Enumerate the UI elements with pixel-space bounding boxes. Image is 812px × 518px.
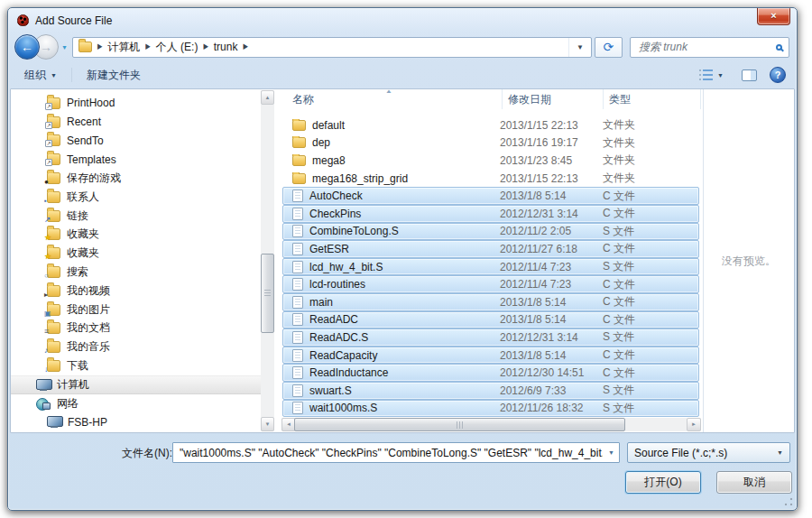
sidebar-item-icon (36, 379, 51, 391)
horizontal-scrollbar-thumb[interactable] (294, 418, 625, 431)
sidebar-item[interactable]: 计算机 (11, 375, 261, 394)
filename-dropdown-icon[interactable]: ▼ (608, 449, 614, 456)
list-horizontal-scrollbar[interactable]: ◄ ► (281, 418, 701, 431)
sidebar-item[interactable]: ● 保存的游戏 (11, 169, 261, 188)
sidebar-item[interactable]: ↗ PrintHood (11, 94, 261, 113)
sidebar-item[interactable]: ★ 收藏夹 (11, 226, 261, 245)
titlebar: Add Source File × (8, 8, 797, 32)
file-row[interactable]: AutoCheck 2013/1/8 5:14 C 文件 (282, 187, 699, 205)
column-header-type[interactable]: 类型 (604, 89, 701, 109)
sidebar-icon-badge: ↗ (44, 216, 51, 224)
file-row[interactable]: dep 2013/1/16 19:17 文件夹 (282, 134, 699, 153)
file-type: C 文件 (595, 277, 698, 292)
change-view-button[interactable]: ▼ (694, 67, 729, 83)
address-bar[interactable]: ▶ 计算机 ▶ 个人 (E:) ▶ trunk ▶ ▼ (72, 37, 592, 58)
file-row[interactable]: swuart.S 2012/6/9 7:33 S 文件 (282, 382, 699, 400)
sidebar-icon-badge: ★ (44, 253, 51, 261)
window-title: Add Source File (35, 14, 112, 27)
sidebar-item[interactable]: ≡ 我的文档 (11, 319, 261, 338)
sidebar-item[interactable]: ▣ 我的图片 (11, 301, 261, 319)
file-row[interactable]: ReadADC 2013/1/8 5:14 C 文件 (282, 311, 699, 329)
address-dropdown-icon[interactable]: ▼ (568, 38, 591, 57)
vertical-scrollbar-thumb[interactable] (261, 254, 274, 333)
help-icon[interactable]: ? (770, 67, 786, 83)
file-name: lcd-routines (309, 278, 365, 291)
file-type: C 文件 (595, 312, 698, 328)
sidebar-item[interactable]: ○ 搜索 (11, 263, 261, 282)
file-row[interactable]: lcd-routines 2012/11/4 7:23 C 文件 (282, 275, 699, 293)
sidebar-item-label: 搜索 (67, 264, 88, 280)
breadcrumb-folder-icon (78, 42, 92, 52)
sidebar-item[interactable]: ↗ SendTo (11, 132, 261, 151)
file-icon (292, 137, 306, 148)
sidebar-item[interactable]: ▸ 我的视频 (11, 282, 261, 301)
sidebar-item-label: SendTo (67, 134, 104, 147)
file-icon (292, 155, 306, 166)
sidebar-item[interactable]: ↗ 链接 (11, 207, 261, 226)
preview-pane-toggle-icon[interactable] (742, 69, 757, 81)
scroll-down-icon[interactable]: ▼ (261, 417, 274, 431)
file-row[interactable]: ReadInductance 2012/12/30 14:51 C 文件 (282, 364, 699, 382)
column-header-date[interactable]: 修改日期 (503, 89, 604, 109)
cancel-button[interactable]: 取消 (716, 471, 792, 494)
filename-label: 文件名(N): (89, 446, 172, 461)
file-date: 2012/11/4 7:23 (496, 261, 595, 273)
file-row[interactable]: default 2013/1/15 22:13 文件夹 (282, 116, 699, 134)
file-row[interactable]: ReadADC.S 2012/12/31 3:14 S 文件 (282, 328, 699, 347)
filename-combobox[interactable]: ▼ (172, 442, 620, 463)
file-row[interactable]: ReadCapacity 2013/1/8 5:14 C 文件 (282, 347, 699, 365)
sidebar-item[interactable]: 网络 (11, 394, 261, 413)
file-icon (292, 384, 303, 397)
sidebar-icon-badge: ▣ (44, 310, 51, 318)
sidebar-item[interactable]: ↓ 下载 (11, 356, 261, 375)
refresh-button[interactable]: ⟳ (595, 37, 623, 58)
sidebar-item-label: 我的音乐 (67, 339, 110, 355)
file-date: 2012/11/26 18:32 (496, 402, 595, 414)
file-name: ReadCapacity (309, 349, 377, 362)
resize-grip[interactable] (782, 495, 794, 507)
scroll-right-icon[interactable]: ► (687, 418, 701, 431)
file-icon (292, 313, 303, 326)
open-button[interactable]: 打开(O) (625, 471, 701, 494)
sidebar-item-label: 保存的游戏 (67, 171, 121, 186)
scroll-up-icon[interactable]: ▲ (261, 90, 274, 105)
sidebar-item[interactable]: FSB-HP (11, 413, 261, 432)
breadcrumb-item[interactable]: trunk ▶ (212, 39, 252, 55)
file-date: 2012/11/27 6:18 (496, 243, 595, 255)
breadcrumb-item[interactable]: 计算机 ▶ (106, 38, 153, 57)
sidebar-item[interactable]: ♪ 我的音乐 (11, 338, 261, 356)
file-row[interactable]: CombineToLong.S 2012/11/2 2:05 S 文件 (282, 223, 699, 241)
nav-history-dropdown-icon[interactable]: ▼ (61, 44, 68, 51)
sidebar-item-label: 我的视频 (67, 283, 110, 299)
sidebar-item[interactable]: ★ 收藏夹 (11, 244, 261, 263)
file-name: ReadADC (309, 313, 358, 326)
organize-menu-button[interactable]: 组织 ▼ (19, 65, 62, 86)
sidebar-vertical-scrollbar[interactable]: ▲ ▼ (261, 90, 274, 431)
file-row[interactable]: CheckPins 2012/12/31 3:14 C 文件 (282, 205, 699, 223)
file-row[interactable]: GetESR 2012/11/27 6:18 C 文件 (282, 240, 699, 258)
sidebar-item-icon: ↓ (47, 360, 60, 372)
file-row[interactable]: mega8 2013/1/23 8:45 文件夹 (282, 152, 699, 170)
search-input[interactable] (637, 40, 776, 54)
sidebar-item-icon: ● (47, 172, 60, 184)
sidebar-item[interactable]: ↗ Recent (11, 113, 261, 132)
file-row[interactable]: wait1000ms.S 2012/11/26 18:32 S 文件 (282, 400, 699, 418)
breadcrumb-separator: ▶ (97, 42, 102, 51)
sidebar-icon-badge: ♪ (44, 347, 49, 355)
sidebar-item[interactable]: ▪ 联系人 (11, 188, 261, 207)
search-box[interactable] (630, 37, 789, 58)
file-row[interactable]: main 2013/1/8 5:14 C 文件 (282, 293, 699, 311)
file-date: 2013/1/8 5:14 (496, 190, 595, 202)
back-button[interactable]: ← (14, 34, 40, 60)
new-folder-button[interactable]: 新建文件夹 (81, 65, 146, 86)
file-row[interactable]: lcd_hw_4_bit.S 2012/11/4 7:23 S 文件 (282, 258, 699, 276)
filename-input[interactable] (178, 446, 604, 460)
sidebar-item[interactable]: ↗ Templates (11, 150, 261, 169)
breadcrumb-item[interactable]: 个人 (E:) ▶ (154, 38, 212, 57)
file-icon (292, 120, 306, 131)
filetype-select[interactable]: Source File (*.c;*.s) ▼ (627, 442, 790, 463)
close-button[interactable]: × (757, 8, 790, 25)
file-date: 2012/11/2 2:05 (496, 225, 595, 237)
file-name: mega8 (312, 154, 346, 167)
file-row[interactable]: mega168_strip_grid 2013/1/15 22:13 文件夹 (282, 170, 699, 188)
